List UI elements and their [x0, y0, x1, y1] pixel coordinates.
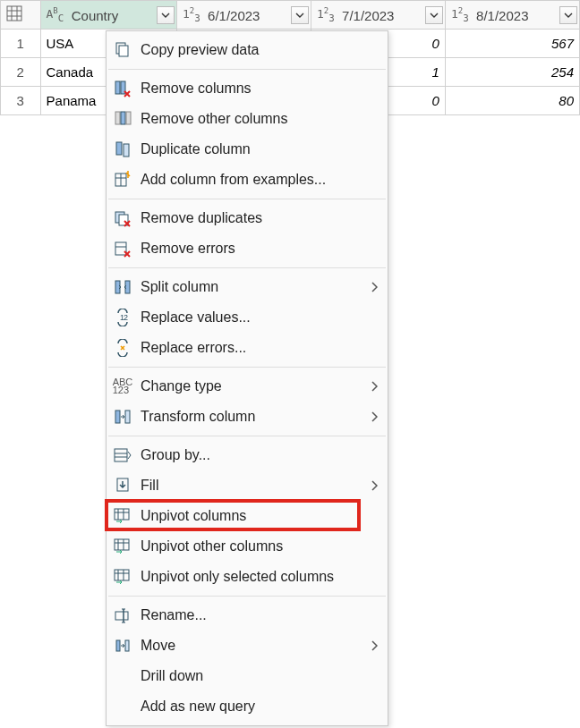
fill-icon — [113, 477, 132, 495]
menu-item-duplicate-column[interactable]: Duplicate column — [107, 134, 388, 165]
column-label: 7/1/2023 — [342, 7, 394, 22]
column-context-menu: Copy preview dataRemove columnsRemove ot… — [106, 30, 388, 726]
menu-item-unpivot-columns[interactable]: Unpivot columns — [107, 501, 388, 531]
unpivot-icon — [113, 507, 132, 525]
menu-item-label: Rename... — [141, 607, 380, 623]
svg-rect-25 — [115, 411, 120, 423]
menu-item-replace-values[interactable]: 12Replace values... — [107, 302, 388, 333]
column-label: 6/1/2023 — [208, 7, 260, 22]
menu-item-split-column[interactable]: Split column — [107, 272, 388, 302]
cell[interactable]: 567 — [445, 30, 579, 58]
menu-item-label: Change type — [141, 378, 368, 394]
duplicate-col-icon — [113, 140, 132, 158]
remove-dupes-icon — [113, 209, 132, 227]
rename-icon — [110, 605, 135, 626]
unpivot-selected-icon — [113, 568, 132, 586]
replace-errors-icon — [113, 339, 132, 357]
select-all-corner[interactable] — [1, 1, 41, 30]
svg-rect-0 — [7, 6, 21, 21]
chevron-right-icon — [368, 640, 380, 651]
svg-rect-19 — [115, 242, 126, 255]
change-type-icon: ABC123 — [113, 378, 133, 394]
menu-item-label: Unpivot other columns — [141, 538, 380, 554]
blank-icon — [110, 665, 135, 687]
menu-item-add-as-new-query[interactable]: Add as new query — [107, 691, 388, 722]
menu-item-label: Replace values... — [141, 309, 380, 326]
menu-separator — [108, 69, 386, 70]
menu-item-unpivot-other-columns[interactable]: Unpivot other columns — [107, 531, 388, 562]
svg-rect-26 — [125, 411, 130, 423]
menu-item-copy-preview-data[interactable]: Copy preview data — [107, 35, 388, 65]
type-number-icon: 123 — [183, 6, 204, 24]
cell[interactable]: 254 — [445, 58, 579, 87]
filter-dropdown-button[interactable] — [291, 6, 309, 24]
cell[interactable]: 80 — [445, 87, 579, 115]
menu-item-change-type[interactable]: ABC123Change type — [107, 371, 388, 402]
fill-icon — [110, 475, 135, 496]
move-icon — [113, 637, 132, 655]
column-header-8-1-2023[interactable]: 123 8/1/2023 — [445, 1, 579, 30]
menu-item-remove-columns[interactable]: Remove columns — [107, 73, 388, 104]
add-col-examples-icon — [113, 171, 132, 189]
menu-item-label: Remove duplicates — [141, 210, 380, 226]
rename-icon — [113, 606, 132, 624]
menu-item-label: Duplicate column — [141, 141, 380, 157]
menu-item-transform-column[interactable]: Transform column — [107, 402, 388, 432]
change-type-icon: ABC123 — [110, 376, 135, 397]
menu-item-label: Move — [141, 638, 368, 654]
svg-rect-11 — [126, 112, 131, 124]
split-col-icon — [110, 276, 135, 298]
split-col-icon — [113, 278, 132, 296]
menu-item-label: Drill down — [141, 668, 380, 684]
svg-rect-7 — [115, 81, 120, 94]
replace-values-icon: 12 — [113, 309, 132, 326]
row-number: 3 — [1, 87, 41, 115]
menu-item-move[interactable]: Move — [107, 631, 388, 661]
row-number: 2 — [1, 58, 41, 87]
filter-dropdown-button[interactable] — [559, 6, 577, 24]
unpivot-selected-icon — [110, 566, 135, 588]
replace-values-icon: 12 — [110, 307, 135, 328]
svg-rect-47 — [116, 640, 120, 651]
menu-item-remove-duplicates[interactable]: Remove duplicates — [107, 203, 388, 233]
replace-errors-icon — [110, 337, 135, 359]
chevron-right-icon — [368, 381, 380, 392]
duplicate-col-icon — [110, 139, 135, 160]
move-icon — [110, 635, 135, 656]
menu-item-remove-errors[interactable]: Remove errors — [107, 233, 388, 264]
filter-dropdown-button[interactable] — [157, 6, 175, 24]
row-number: 1 — [1, 30, 41, 58]
menu-item-remove-other-columns[interactable]: Remove other columns — [107, 104, 388, 134]
menu-item-label: Add column from examples... — [141, 172, 380, 188]
menu-item-label: Copy preview data — [141, 42, 380, 58]
menu-item-unpivot-only-selected-columns[interactable]: Unpivot only selected columns — [107, 562, 388, 592]
remove-cols-icon — [110, 78, 135, 99]
menu-item-label: Remove other columns — [141, 111, 380, 127]
menu-item-replace-errors[interactable]: Replace errors... — [107, 333, 388, 363]
filter-dropdown-button[interactable] — [425, 6, 443, 24]
menu-item-group-by[interactable]: Group by... — [107, 440, 388, 470]
menu-item-label: Fill — [141, 478, 368, 494]
chevron-down-icon — [295, 11, 304, 20]
column-header-country[interactable]: ABC Country — [40, 1, 176, 30]
column-header-7-1-2023[interactable]: 123 7/1/2023 — [311, 1, 445, 30]
group-by-icon — [113, 446, 132, 464]
chevron-right-icon — [368, 411, 380, 422]
menu-item-rename[interactable]: Rename... — [107, 600, 388, 631]
column-header-6-1-2023[interactable]: 123 6/1/2023 — [176, 1, 311, 30]
menu-item-drill-down[interactable]: Drill down — [107, 661, 388, 691]
copy-icon — [113, 41, 132, 59]
svg-text:2: 2 — [124, 313, 128, 322]
menu-item-label: Split column — [141, 279, 368, 295]
svg-rect-48 — [125, 640, 129, 651]
svg-rect-22 — [125, 281, 130, 293]
svg-rect-10 — [121, 112, 125, 124]
chevron-down-icon — [161, 11, 170, 20]
transform-col-icon — [110, 406, 135, 427]
remove-other-cols-icon — [113, 110, 132, 128]
menu-item-fill[interactable]: Fill — [107, 470, 388, 501]
menu-item-add-column-from-examples[interactable]: Add column from examples... — [107, 165, 388, 195]
chevron-down-icon — [430, 11, 439, 20]
type-text-icon: ABC — [47, 6, 68, 24]
svg-rect-6 — [119, 46, 128, 56]
